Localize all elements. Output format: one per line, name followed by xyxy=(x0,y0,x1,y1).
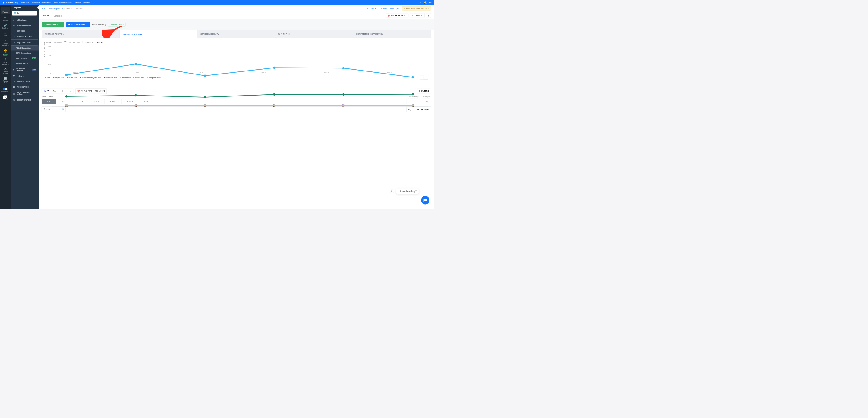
sidebar-title: Projects ‹ xyxy=(10,5,38,10)
svg-point-13 xyxy=(412,93,414,95)
sidebar-marketing-plan[interactable]: ☑Marketing Plan xyxy=(10,79,38,85)
svg-point-48 xyxy=(342,104,344,106)
svg-point-3 xyxy=(135,63,137,65)
export-button[interactable]: ⬆EXPORT xyxy=(410,13,425,18)
user-avatar[interactable]: YD⚙ xyxy=(3,96,7,99)
copy-button[interactable]: ⧉ ⌄ xyxy=(406,107,413,112)
tab-detailed[interactable]: Detailed xyxy=(53,12,62,19)
sidebar-rankings[interactable]: ⫾Rankings⌄ xyxy=(10,28,38,34)
help-message: Hi. Need any help? xyxy=(396,189,419,194)
topbar: SE Ranking Rankings Website Audit (Proje… xyxy=(0,0,434,5)
svg-point-2 xyxy=(65,74,67,76)
sidebar-added-competitors[interactable]: Added Competitors xyxy=(10,45,38,51)
columns-icon: ▥ xyxy=(417,108,419,110)
help-icon[interactable]: ?⃝ xyxy=(419,1,421,4)
period-3m[interactable]: 3M xyxy=(73,41,75,43)
search-input-wrap: 🔍 xyxy=(41,107,66,112)
metric-comp-distribution[interactable]: COMPETITOR DISTRIBUTION xyxy=(353,30,431,39)
bell-icon[interactable]: 🔔 xyxy=(424,1,427,4)
svg-point-6 xyxy=(342,67,344,69)
svg-point-45 xyxy=(135,104,137,106)
add-competitor-button[interactable]: +ADD COMPETITOR xyxy=(41,22,64,27)
groupby-select[interactable]: DAYS ⌄ xyxy=(97,41,104,43)
topnav-competitive[interactable]: Competitive Research xyxy=(54,1,72,4)
metric-search-visibility[interactable]: SEARCH VISIBILITY xyxy=(197,30,275,39)
sidebar-ai-results[interactable]: ✦AI Results TrackerBeta xyxy=(10,66,38,73)
project-selector[interactable]: Ikea ⇅ xyxy=(12,11,37,16)
metric-pct-top10[interactable]: % IN TOP 10 xyxy=(275,30,353,39)
competitor-limits: ⚙Competitor limits: 12 / 20 ⓘ xyxy=(402,6,431,10)
rail-report[interactable]: ◔Report Builder xyxy=(0,66,10,76)
looker-studio-button[interactable]: ◉LOOKER STUDIO xyxy=(386,13,408,18)
more-icon[interactable]: ⋯ xyxy=(429,1,432,4)
rail-local[interactable]: 📍Local Marketing xyxy=(0,57,10,66)
feedback-link[interactable]: Feedback xyxy=(379,7,388,10)
metric-avg-position[interactable]: AVERAGE POSITION xyxy=(42,30,120,39)
top-nav: Rankings Website Audit (Projects) Compet… xyxy=(22,1,90,4)
crumb-current: Added Competitors xyxy=(66,7,83,10)
metric-traffic-forecast[interactable]: TRAFFIC FORECAST xyxy=(120,30,197,39)
rail-research[interactable]: ⧉Research xyxy=(0,15,10,22)
recheck-data-button[interactable]: ⟳RECHECK DATA⌄ xyxy=(66,22,90,27)
period-current[interactable]: CURRENT xyxy=(54,41,62,43)
rail-audit[interactable]: ◎Audit xyxy=(0,30,10,38)
menu-ui-label: New Menu UI xyxy=(1,91,9,93)
sidebar-serp-competitors[interactable]: SERP Competitors xyxy=(10,51,38,56)
chat-fab[interactable] xyxy=(421,196,430,205)
flag-icon xyxy=(13,12,16,14)
notes-link[interactable]: Notes (34) xyxy=(390,7,399,10)
period-6m[interactable]: 6M xyxy=(78,41,80,43)
tab-overall[interactable]: Overall xyxy=(41,12,49,19)
sidebar-project-overview[interactable]: ⊞Project Overview xyxy=(10,23,38,28)
brand-logo[interactable]: SE Ranking xyxy=(2,1,18,4)
search-icon: 🔍 xyxy=(62,108,64,110)
settings-button[interactable]: ⚙ xyxy=(426,13,431,18)
svg-point-44 xyxy=(65,104,67,106)
flag-us-icon xyxy=(48,90,50,92)
rail-content[interactable]: ✎Content Marketing xyxy=(0,38,10,47)
topnav-keyword[interactable]: Keyword Research xyxy=(75,1,90,4)
rail-backlinks[interactable]: 🔗Backlinks xyxy=(0,22,10,30)
topnav-audit[interactable]: Website Audit (Projects) xyxy=(32,1,51,4)
help-tooltip: ✕ Hi. Need any help? xyxy=(390,189,419,194)
menu-ui-toggle[interactable] xyxy=(3,88,7,90)
rail-agency[interactable]: 🏢Agency Pack xyxy=(0,76,10,85)
close-help-button[interactable]: ✕ xyxy=(390,189,394,193)
sidebar-backlink-monitor[interactable]: ⧉Backlink Monitor⌄ xyxy=(10,97,38,103)
period-1m[interactable]: 1M xyxy=(69,41,71,43)
svg-point-46 xyxy=(204,104,206,106)
sidebar-share-of-voice[interactable]: Share of VoiceNew xyxy=(10,56,38,61)
svg-point-5 xyxy=(273,67,275,69)
svg-point-47 xyxy=(273,104,275,106)
crumb-mycompetitors[interactable]: My Competitors xyxy=(49,7,63,10)
sidebar-website-audit[interactable]: 🗀Website Audit⌄ xyxy=(10,85,38,90)
progress-tag: 100% PROGRESS xyxy=(108,23,125,26)
guest-link[interactable]: Guest link xyxy=(367,7,376,10)
period-7d[interactable]: 7D xyxy=(64,41,67,43)
svg-point-9 xyxy=(135,94,137,96)
main-content: Ikea › My Competitors › Added Competitor… xyxy=(38,5,434,209)
sidebar: Projects ‹ Ikea ⇅ ⌂All Projects ⊞Project… xyxy=(10,5,38,209)
sidebar-all-projects[interactable]: ⌂All Projects xyxy=(10,18,38,23)
svg-point-8 xyxy=(65,95,67,97)
nav-rail: ⌂Projects ⧉Research 🔗Backlinks ◎Audit ✎C… xyxy=(0,5,10,209)
crumb-ikea[interactable]: Ikea xyxy=(41,7,45,10)
groupby-label: GROUP BY: xyxy=(85,41,95,43)
topnav-rankings[interactable]: Rankings xyxy=(22,1,29,4)
svg-point-7 xyxy=(412,76,414,78)
sidebar-visibility-rating[interactable]: Visibility Rating xyxy=(10,61,38,66)
sidebar-insights[interactable]: 💡Insights xyxy=(10,73,38,79)
svg-point-10 xyxy=(204,96,206,98)
svg-point-11 xyxy=(273,93,275,95)
sidebar-analytics-traffic[interactable]: 〜Analytics & Traffic⌄ xyxy=(10,34,38,39)
legend-item[interactable]: Ikea xyxy=(45,76,50,79)
svg-point-4 xyxy=(204,75,206,77)
rail-smm[interactable]: 👍SMMBeta xyxy=(0,47,10,57)
google-icon xyxy=(44,90,46,92)
rail-projects[interactable]: ⌂Projects xyxy=(1,7,10,14)
columns-button[interactable]: ▥COLUMNS xyxy=(415,107,431,112)
sidebar-my-competitors[interactable]: ⚘My Competitors⌃ xyxy=(11,39,38,45)
svg-point-12 xyxy=(342,93,344,95)
keywords-count: KEYWORDS 14 ⓘ xyxy=(92,24,106,26)
sidebar-page-changes[interactable]: ▥Page Changes Monitor xyxy=(10,90,38,97)
